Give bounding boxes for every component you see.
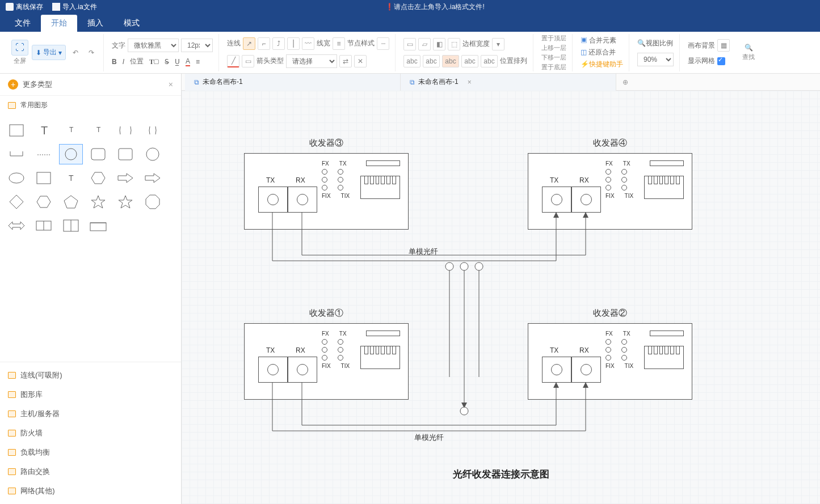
shape-brace-l[interactable] — [113, 120, 137, 141]
shape-star[interactable] — [86, 192, 110, 212]
add-type-button[interactable]: + — [8, 79, 18, 90]
menu-file[interactable]: 文件 — [5, 15, 41, 32]
undo-button[interactable]: ↶ — [69, 46, 82, 59]
tab-add[interactable]: ⊕ — [616, 74, 634, 91]
shortcut-helper[interactable]: ⚡快捷键助手 — [581, 60, 623, 69]
align-button[interactable]: ≡ — [196, 58, 200, 66]
bg-button[interactable]: ▦ — [717, 39, 730, 52]
shape-split[interactable] — [59, 215, 83, 236]
font-color-button[interactable]: A — [186, 57, 190, 66]
shape-label[interactable] — [32, 215, 56, 236]
borderwidth-button[interactable]: ▾ — [492, 38, 504, 50]
close-icon[interactable]: × — [468, 78, 472, 86]
shape-text-T[interactable]: T — [32, 120, 56, 141]
arrow-dir-button[interactable]: ⇄ — [339, 55, 352, 67]
offline-save-button[interactable]: 离线保存 — [6, 2, 43, 12]
z-top[interactable]: 置于顶层 — [541, 34, 566, 43]
cat-6[interactable]: 网络(其他) — [0, 481, 181, 501]
fullscreen-button[interactable]: ⛶ — [11, 40, 28, 56]
shape-brace-r[interactable] — [141, 120, 165, 141]
z-down[interactable]: 下移一层 — [541, 53, 566, 62]
export-button[interactable]: ⬇导出▾ — [32, 45, 66, 60]
redo-button[interactable]: ↷ — [85, 46, 98, 59]
shape-circle2[interactable] — [141, 144, 165, 164]
abc3[interactable]: abc — [442, 55, 459, 67]
shape-bracket[interactable] — [5, 144, 28, 164]
shape-arrow-lr[interactable] — [5, 215, 28, 236]
strike-button[interactable]: S̶ — [165, 58, 169, 66]
nodestyle-button[interactable]: ┄ — [377, 37, 389, 50]
transceiver-4[interactable]: 收发器④ TX RX FXTX FIXTIX — [528, 153, 692, 230]
shape-t-small2[interactable]: T — [86, 120, 110, 141]
shape-octagon[interactable] — [141, 192, 165, 212]
cat-common[interactable]: 常用图形 — [0, 96, 181, 115]
cat-0[interactable]: 连线(可吸附) — [0, 366, 181, 385]
text-box-icon[interactable]: 𝐓▢ — [149, 58, 159, 66]
arrow-x-button[interactable]: ✕ — [354, 55, 367, 67]
z-up[interactable]: 上移一层 — [541, 44, 566, 52]
cat-3[interactable]: 防火墙 — [0, 423, 181, 443]
abc1[interactable]: abc — [403, 55, 420, 67]
menu-mode[interactable]: 模式 — [113, 15, 150, 32]
abc4[interactable]: abc — [461, 55, 478, 67]
shape-arrow-r[interactable] — [113, 168, 137, 188]
menu-start[interactable]: 开始 — [41, 15, 77, 32]
shape-rect2[interactable] — [32, 168, 56, 188]
line-style-4[interactable]: ⎮ — [287, 37, 300, 50]
shape-ellipse[interactable] — [5, 168, 28, 188]
pick-2[interactable]: ▱ — [418, 38, 431, 50]
import-button[interactable]: 导入.ia文件 — [52, 2, 97, 12]
transceiver-3[interactable]: 收发器③ TX RX FXTX FIXTIX — [244, 153, 409, 230]
underline-button[interactable]: U̲ — [175, 58, 180, 66]
fontsize-select[interactable]: 12px — [181, 39, 213, 52]
line-style-3[interactable]: ⤴ — [272, 37, 285, 50]
canvas[interactable]: 收发器③ TX RX FXTX FIXTIX 收发器④ TX RX — [182, 91, 820, 504]
linewidth-button[interactable]: ≡ — [333, 37, 345, 50]
shape-diamond[interactable] — [5, 192, 28, 212]
tab-2[interactable]: ⧉未命名画布-1× — [401, 74, 616, 91]
shape-rrect[interactable] — [86, 144, 110, 164]
bold-button[interactable]: B — [112, 58, 117, 66]
line-style-5[interactable]: 〰 — [302, 37, 314, 50]
shape-t-small[interactable]: T — [59, 120, 83, 141]
shape-hex2[interactable] — [32, 192, 56, 212]
z-bottom[interactable]: 置于底层 — [541, 63, 566, 71]
transceiver-2[interactable]: 收发器② TX RX FXTX FIXTIX — [528, 323, 692, 400]
transceiver-1[interactable]: 收发器① TX RX FXTX FIXTIX — [244, 323, 409, 400]
shape-rrect2[interactable] — [113, 144, 137, 164]
shape-rect[interactable] — [5, 120, 28, 141]
tab-1[interactable]: ⧉未命名画布-1 — [185, 74, 401, 91]
search-icon[interactable]: 🔍 — [745, 44, 753, 52]
line-color-button[interactable]: ╱ — [227, 55, 239, 67]
abc5[interactable]: abc — [481, 55, 498, 67]
line-style-1[interactable]: ↗ — [243, 37, 255, 50]
pick-3[interactable]: ◧ — [433, 38, 445, 50]
menu-insert[interactable]: 插入 — [77, 15, 113, 32]
font-select[interactable]: 微软雅黑 — [128, 39, 179, 52]
cat-1[interactable]: 图形库 — [0, 385, 181, 404]
cat-4[interactable]: 负载均衡 — [0, 443, 181, 462]
shape-hexagon[interactable] — [86, 168, 110, 188]
italic-button[interactable]: I — [123, 58, 124, 66]
shape-pentagon[interactable] — [59, 192, 83, 212]
shape-card[interactable] — [86, 215, 110, 236]
grid-checkbox[interactable] — [717, 57, 725, 65]
merge-button[interactable]: ▣ 合并元素 — [581, 36, 616, 45]
abc2[interactable]: abc — [423, 55, 440, 67]
sidebar-close[interactable]: × — [169, 80, 173, 89]
line-dash-button[interactable]: ▭ — [242, 55, 254, 67]
menu-bar: 文件 开始 插入 模式 — [0, 14, 820, 32]
pick-4[interactable]: ⬚ — [448, 38, 460, 50]
line-style-2[interactable]: ⌐ — [258, 37, 270, 50]
restore-button[interactable]: ◫ 还原合并 — [581, 48, 616, 57]
shape-star2[interactable] — [113, 192, 137, 212]
arrow-select[interactable]: 请选择 — [286, 54, 337, 68]
cat-5[interactable]: 路由交换 — [0, 462, 181, 481]
shape-arrow-r2[interactable] — [141, 168, 165, 188]
shape-bracket2[interactable] — [32, 144, 56, 164]
pick-1[interactable]: ▭ — [403, 38, 416, 50]
shape-T2[interactable]: T — [59, 168, 83, 188]
cat-2[interactable]: 主机/服务器 — [0, 404, 181, 423]
zoom-select[interactable]: 90% — [637, 53, 674, 66]
shape-circle-sel[interactable] — [59, 144, 83, 164]
